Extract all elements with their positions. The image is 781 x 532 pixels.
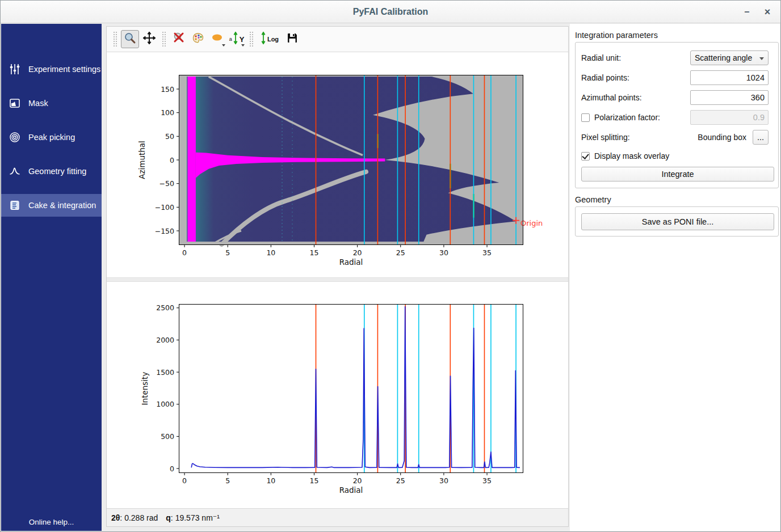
autoscale-y-button[interactable]: a Y xyxy=(228,30,246,48)
x-tick-label: 35 xyxy=(482,248,492,257)
geometry-title: Geometry xyxy=(575,195,611,204)
toolbar-drag-handle[interactable] xyxy=(250,32,253,47)
toolbar-drag-handle[interactable] xyxy=(114,32,117,47)
azimuthal-points-row: Azimuthal points: xyxy=(581,90,772,105)
title-bar: PyFAI Calibration – × xyxy=(1,1,780,23)
toolbar-drag-handle[interactable] xyxy=(162,32,166,47)
y-tick-label: −100 xyxy=(155,203,174,212)
x-tick-label: 15 xyxy=(310,476,319,485)
autoscale-y-label: Y xyxy=(240,35,245,44)
sidebar: Experiment settings Mask Peak picking xyxy=(1,24,102,531)
integration-parameters-group: Radial unit: Scattering angle 2 Radial p… xyxy=(575,42,779,188)
zoom-mode-button[interactable] xyxy=(121,30,139,48)
x-axis-label: Radial xyxy=(339,485,363,495)
azimuthal-points-label: Azimuthal points: xyxy=(581,93,642,102)
y-tick-label: −150 xyxy=(155,227,174,235)
app-window: PyFAI Calibration – × Experiment setting… xyxy=(0,0,781,532)
cake-plot-svg[interactable]: Origin05101520253035−150−100−50050100150… xyxy=(179,75,523,245)
highlight-band-vertical xyxy=(187,77,196,242)
integrate-button[interactable]: Integrate xyxy=(581,167,774,181)
y-tick-label: 150 xyxy=(161,85,174,94)
colormap-button[interactable] xyxy=(189,30,207,48)
x-tick-label: 25 xyxy=(396,476,405,485)
right-panel: Integration parameters Radial unit: Scat… xyxy=(570,24,780,531)
sidebar-item-label: Peak picking xyxy=(28,133,75,142)
sidebar-item-experiment-settings[interactable]: Experiment settings xyxy=(1,58,102,81)
y-tick-label: 1000 xyxy=(156,400,174,408)
radial-points-label: Radial points: xyxy=(581,73,629,82)
peak-curve-icon xyxy=(8,166,22,177)
status-bar: 2θ: 0.288 rad q: 19.573 nm⁻¹ xyxy=(107,508,568,526)
x-tick-label: 10 xyxy=(266,248,275,257)
pixel-splitting-more-button[interactable]: ... xyxy=(753,130,769,145)
radial-unit-value: Scattering angle 2 xyxy=(695,53,754,62)
pixel-splitting-label: Pixel splitting: xyxy=(581,133,630,142)
x-tick-label: 25 xyxy=(396,248,405,257)
pixel-splitting-row: Pixel splitting: Bounding box ... xyxy=(581,130,772,145)
y-tick-label: 50 xyxy=(165,132,174,141)
sidebar-item-label: Geometry fitting xyxy=(28,167,86,176)
sidebar-item-cake-integration[interactable]: Cake & integration xyxy=(1,194,102,217)
online-help-link[interactable]: Online help... xyxy=(1,518,102,526)
y-tick-label: 2000 xyxy=(156,336,174,344)
sliders-icon xyxy=(8,64,22,75)
x-tick-label: 0 xyxy=(182,476,187,485)
plot-splitter[interactable] xyxy=(107,277,568,282)
window-title: PyFAI Calibration xyxy=(1,1,780,23)
log-scale-button[interactable]: Log xyxy=(257,30,282,48)
x-tick-label: 20 xyxy=(353,248,362,257)
integration-plot[interactable]: 0510152025303505001000150020002500Radial… xyxy=(179,304,523,473)
q-label: q xyxy=(166,513,171,522)
pan-mode-button[interactable] xyxy=(140,30,158,48)
geometry-group: Save as PONI file... xyxy=(575,206,779,237)
zoom-icon xyxy=(124,32,136,47)
radial-unit-dropdown[interactable]: Scattering angle 2 xyxy=(690,50,769,65)
radial-points-input[interactable] xyxy=(690,70,769,85)
integration-plot-svg[interactable]: 0510152025303505001000150020002500Radial… xyxy=(179,304,523,473)
close-button[interactable]: × xyxy=(758,1,777,23)
x-axis-label: Radial xyxy=(339,257,363,267)
tth-value: : 0.288 rad xyxy=(120,513,158,522)
save-poni-button[interactable]: Save as PONI file... xyxy=(581,213,774,230)
palette-icon xyxy=(192,32,204,47)
x-tick-label: 0 xyxy=(182,248,187,257)
dropdown-caret-icon xyxy=(222,44,225,47)
chevron-down-icon xyxy=(759,57,764,60)
sidebar-item-geometry-fitting[interactable]: Geometry fitting xyxy=(1,160,102,183)
cake-plot[interactable]: Origin05101520253035−150−100−50050100150… xyxy=(179,75,523,245)
zoom-reset-button[interactable] xyxy=(170,30,188,48)
x-tick-label: 30 xyxy=(439,248,448,257)
polarization-checkbox[interactable] xyxy=(581,113,590,122)
x-tick-label: 5 xyxy=(225,248,230,257)
radial-points-row: Radial points: xyxy=(581,70,772,85)
x-tick-label: 30 xyxy=(439,476,448,485)
x-tick-label: 35 xyxy=(482,476,492,485)
mask-overlay-label: Display mask overlay xyxy=(594,151,669,161)
mask-overlay-checkbox[interactable] xyxy=(581,152,590,161)
sidebar-item-label: Mask xyxy=(28,99,48,108)
pan-icon xyxy=(143,32,156,47)
mask-tool-button[interactable] xyxy=(208,30,226,48)
mask-overlay-row: Display mask overlay xyxy=(581,149,772,163)
x-tick-label: 15 xyxy=(310,248,319,257)
minimize-button[interactable]: – xyxy=(737,1,757,23)
log-scale-icon xyxy=(261,32,266,47)
y-tick-label: 500 xyxy=(161,432,174,441)
sidebar-item-mask[interactable]: Mask xyxy=(1,92,102,115)
zoom-reset-icon xyxy=(173,32,185,47)
y-tick-label: 2500 xyxy=(156,303,174,312)
sidebar-item-peak-picking[interactable]: Peak picking xyxy=(1,126,102,149)
azimuthal-points-input[interactable] xyxy=(690,90,769,105)
x-tick-label: 5 xyxy=(225,476,230,485)
main-panel: a Y Log xyxy=(106,26,569,527)
integration-parameters-title: Integration parameters xyxy=(575,31,658,40)
polarization-label: Polarization factor: xyxy=(594,113,660,122)
tth-label: 2θ xyxy=(111,513,120,522)
save-button[interactable] xyxy=(283,30,301,48)
dropdown-caret-icon xyxy=(241,44,245,47)
y-tick-label: 0 xyxy=(170,465,174,473)
q-value: : 19.573 nm⁻¹ xyxy=(171,513,220,522)
plot-toolbar: a Y Log xyxy=(107,27,568,52)
y-axis-label: Azimuthal xyxy=(137,141,146,179)
polarization-input[interactable] xyxy=(690,110,769,125)
